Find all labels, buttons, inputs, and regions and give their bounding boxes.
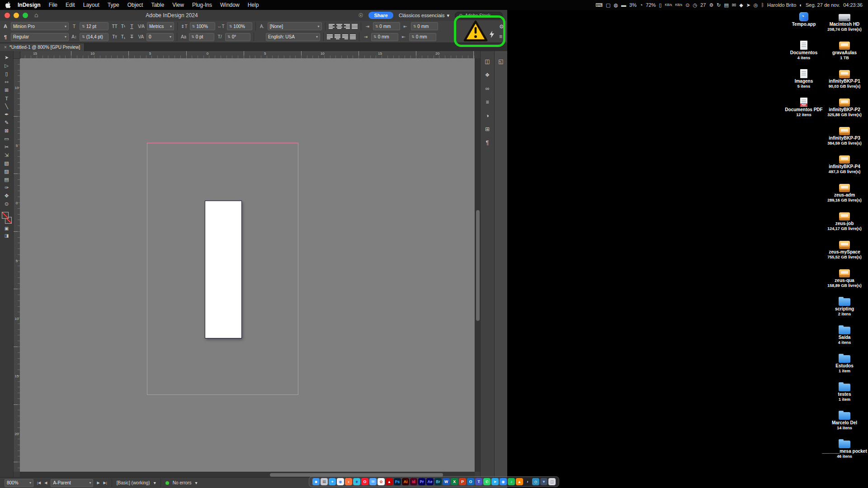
justify-full-icon[interactable]: [350, 34, 356, 39]
apple-menu[interactable]: [5, 2, 11, 8]
scissors-tool[interactable]: ✂: [2, 143, 12, 151]
dock-icon-premiere[interactable]: Pr: [418, 478, 425, 485]
screen-mode-icon[interactable]: ◨: [5, 233, 9, 238]
menu-item[interactable]: Window: [216, 2, 244, 8]
calendar-day-badge[interactable]: 27: [700, 2, 706, 8]
desktop-item[interactable]: infinityBKP-P1 90,03 GB livre(s): [822, 68, 867, 96]
layers-panel-icon[interactable]: ❖: [483, 71, 492, 79]
dock-icon-indesign[interactable]: Id: [410, 478, 417, 485]
desktop-item[interactable]: infinityBKP-P3 384,59 GB livre(s): [822, 125, 867, 153]
clock-widget-icon[interactable]: ◷: [693, 2, 698, 8]
desktop-item[interactable]: Estudos 1 item: [822, 352, 867, 381]
gap-tool[interactable]: ⇿: [2, 78, 12, 86]
last-page-button[interactable]: ▶|: [104, 481, 107, 485]
menu-item[interactable]: File: [45, 2, 61, 8]
dock-icon-edge[interactable]: e: [353, 478, 360, 485]
dock-icon-word[interactable]: W: [443, 478, 450, 485]
font-style-select[interactable]: Regular ▾: [11, 33, 69, 41]
net-up-indicator[interactable]: KB/s: [665, 3, 672, 7]
next-page-button[interactable]: ▶: [97, 481, 99, 485]
align-right-icon[interactable]: [344, 24, 350, 29]
menu-item[interactable]: Plug-Ins: [188, 2, 216, 8]
dock-icon-teams[interactable]: T: [475, 478, 482, 485]
workspace-switcher[interactable]: Clássicos essenciais ▾: [399, 13, 449, 19]
menubar-date[interactable]: Seg. 27 de nov.: [806, 2, 840, 8]
desktop-item[interactable]: zeus-qua 158,89 GB livre(s): [822, 267, 867, 296]
gradient-feather-tool[interactable]: ▨: [2, 168, 12, 175]
dock-icon-whatsapp[interactable]: ✆: [483, 478, 491, 485]
menu-item[interactable]: Table: [147, 2, 168, 8]
desktop-item[interactable]: Marcelo Del 14 itens: [822, 409, 867, 438]
dock-icon-spotify[interactable]: ♪: [508, 478, 515, 485]
justify-center-icon[interactable]: [335, 34, 340, 39]
dock-icon-firefox[interactable]: ◗: [345, 478, 352, 485]
kerning-select[interactable]: Metrics ▾: [147, 22, 174, 30]
selection-tool[interactable]: ➤: [2, 54, 12, 61]
desktop-item[interactable]: scripting 2 itens: [822, 296, 867, 324]
desktop-item[interactable]: _______mesa pocket 46 itens: [822, 438, 867, 466]
bluetooth-icon[interactable]: ᛒ: [761, 2, 764, 8]
input-switch-icon[interactable]: ⌨: [595, 2, 603, 8]
hand-tool[interactable]: ✥: [2, 192, 12, 200]
stepper-icon[interactable]: ⇅: [373, 35, 377, 39]
stepper-icon[interactable]: ⇅: [227, 35, 231, 39]
stepper-icon[interactable]: ⇅: [191, 35, 194, 39]
superscript-icon[interactable]: T¹: [119, 24, 127, 29]
keyboard-viewer-icon[interactable]: ▤: [724, 2, 729, 8]
swatches-panel-icon[interactable]: ⊞: [483, 125, 492, 133]
menu-app-name[interactable]: InDesign: [14, 2, 45, 8]
desktop-item[interactable]: testes 1 item: [822, 381, 867, 409]
small-caps-icon[interactable]: Tᴛ: [111, 34, 118, 39]
dock-icon-trash[interactable]: ◫: [548, 478, 556, 485]
vertical-scale-field[interactable]: ⇅ 100%: [190, 22, 215, 30]
dock-icon-after-effects[interactable]: Ae: [426, 478, 434, 485]
camera-icon[interactable]: ◎: [754, 2, 758, 8]
fill-stroke-swatches[interactable]: [2, 212, 12, 224]
control-center-icon[interactable]: ◐: [799, 2, 802, 8]
dock-icon-downloads[interactable]: ▼: [540, 478, 547, 485]
skew-field[interactable]: ⇅ 0°: [225, 33, 250, 41]
space-after-field[interactable]: ⇅ 0 mm: [409, 33, 436, 41]
user-menu[interactable]: Haroldo Brito: [767, 2, 796, 8]
gradient-swatch-tool[interactable]: ▧: [2, 160, 12, 167]
dock-icon-bridge[interactable]: Br: [434, 478, 442, 485]
pages-panel-icon[interactable]: ◫: [483, 57, 492, 66]
menu-item[interactable]: Type: [104, 2, 123, 8]
leading-field[interactable]: ⇅ (14,4 pt): [80, 33, 108, 41]
cc-libraries-panel-icon[interactable]: ◱: [496, 57, 505, 66]
chevron-down-icon[interactable]: ▾: [195, 480, 197, 485]
share-button[interactable]: Share: [368, 12, 393, 19]
underline-icon[interactable]: T: [128, 24, 136, 29]
dock-icon-finder[interactable]: ☻: [312, 478, 320, 485]
stepper-icon[interactable]: ⇅: [82, 35, 85, 39]
horizontal-ruler[interactable]: 1510505101520: [14, 51, 475, 59]
desktop-item[interactable]: Tempo.app: [781, 11, 826, 39]
fill-swatch[interactable]: [2, 212, 9, 219]
pen-tool[interactable]: ✒: [2, 111, 12, 118]
tracking-select[interactable]: 0 ▾: [146, 33, 174, 41]
menu-item[interactable]: Edit: [61, 2, 79, 8]
subscript-icon[interactable]: T₁: [119, 34, 127, 39]
menu-item[interactable]: Object: [123, 2, 147, 8]
ruler-origin-corner[interactable]: [14, 51, 20, 59]
color-panel-icon[interactable]: ◑: [483, 112, 492, 120]
dock-icon-terminal[interactable]: ›: [524, 478, 531, 485]
character-style-select[interactable]: [None] ▾: [268, 22, 322, 30]
stepper-icon[interactable]: ⇅: [229, 24, 232, 28]
desktop-item[interactable]: zeus-adm 289,16 GB livre(s): [822, 182, 867, 210]
type-tool[interactable]: T: [2, 94, 12, 102]
desktop-item[interactable]: gravaAulas 1 TB: [822, 39, 867, 68]
dock-icon-powerpoint[interactable]: P: [459, 478, 466, 485]
sync-icon[interactable]: ↻: [717, 2, 721, 8]
document-canvas[interactable]: [20, 58, 475, 472]
dock-icon-safari[interactable]: ✦: [329, 478, 336, 485]
stepper-icon[interactable]: ⇅: [82, 24, 85, 28]
rectangle-frame-tool[interactable]: ⊠: [2, 127, 12, 135]
gear-icon[interactable]: ⚙: [709, 2, 713, 8]
align-center-icon[interactable]: [336, 24, 342, 29]
rectangle-tool[interactable]: ▭: [2, 135, 12, 143]
character-formatting-badge[interactable]: A: [2, 23, 9, 29]
horizontal-scale-field[interactable]: ⇅ 100%: [227, 22, 252, 30]
dock-icon-outlook[interactable]: O: [467, 478, 474, 485]
font-family-select[interactable]: Minion Pro ▾: [11, 22, 69, 30]
